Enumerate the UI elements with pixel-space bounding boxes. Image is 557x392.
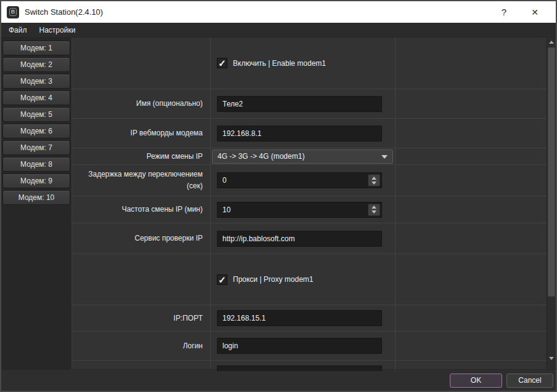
row-enable-label-cell [72, 38, 211, 89]
ip-change-frequency-input[interactable] [217, 202, 382, 218]
spin-down-icon[interactable] [372, 182, 376, 185]
ip-change-frequency-label: Частота смены IP (мин) [72, 196, 211, 223]
main-area: Модем: 1 Модем: 2 Модем: 3 Модем: 4 Моде… [1, 38, 556, 369]
cancel-button[interactable]: Cancel [506, 374, 553, 388]
scroll-up-icon [549, 41, 554, 44]
sidebar-item-modem-1[interactable]: Модем: 1 [2, 41, 70, 55]
switch-delay-spin-buttons[interactable] [368, 174, 380, 186]
login-input[interactable] [217, 338, 382, 354]
enable-modem-label: Включить | Enable modem1 [233, 59, 326, 68]
sidebar-item-modem-6[interactable]: Модем: 6 [2, 124, 70, 138]
checkbox-checked-icon[interactable]: ✓ [217, 58, 227, 68]
scrollbar[interactable] [547, 38, 556, 369]
switch-delay-label: Задержка между переключением (сек) [72, 165, 211, 196]
app-icon-letter: B [9, 8, 17, 16]
close-button[interactable]: ✕ [519, 1, 551, 23]
sidebar-item-modem-10[interactable]: Модем: 10 [2, 190, 70, 205]
row-enable: ✓ Включить | Enable modem1 [72, 38, 547, 89]
scroll-down-button[interactable] [547, 354, 556, 363]
menu-item-file[interactable]: Файл [2, 23, 33, 37]
sidebar-item-modem-8[interactable]: Модем: 8 [2, 157, 70, 172]
spin-up-icon[interactable] [372, 206, 376, 209]
dropdown-arrow-icon [381, 155, 388, 159]
proxy-label: Прокси | Proxy modem1 [233, 275, 314, 284]
name-label: Имя (опционально) [72, 89, 211, 118]
window-title: Switch Station(2.4.10) [25, 7, 489, 17]
sidebar-item-modem-2[interactable]: Модем: 2 [2, 57, 70, 72]
ip-check-service-label: Сервис проверки IP [72, 223, 211, 254]
login-label: Логин [72, 332, 211, 360]
row-ip-change-mode: Режим смены IP 4G -> 3G -> 4G (modem1) [72, 148, 547, 165]
dialog-button-bar: OK Cancel [1, 369, 556, 391]
name-input[interactable] [217, 96, 382, 112]
help-button[interactable]: ? [489, 1, 519, 23]
app-icon: B [7, 6, 19, 18]
spin-down-icon[interactable] [372, 210, 376, 214]
checkbox-checked-icon[interactable]: ✓ [217, 274, 227, 285]
ok-button[interactable]: OK [450, 374, 502, 388]
ip-change-mode-select[interactable]: 4G -> 3G -> 4G (modem1) [212, 150, 393, 164]
web-ip-label: IP вебморды модема [72, 119, 211, 148]
scrollbar-track[interactable] [547, 297, 556, 354]
row-ip-check-service: Сервис проверки IP [72, 223, 547, 254]
row-ip-change-frequency: Частота смены IP (мин) [72, 196, 547, 223]
row-ip-port: IP:ПОРТ [72, 305, 547, 332]
ip-change-frequency-spin-buttons[interactable] [368, 204, 380, 216]
sidebar: Модем: 1 Модем: 2 Модем: 3 Модем: 4 Моде… [1, 38, 71, 369]
scrollbar-thumb[interactable] [548, 47, 555, 297]
sidebar-item-modem-9[interactable]: Модем: 9 [2, 174, 70, 188]
menu-bar: Файл Настройки [1, 23, 556, 38]
spin-up-icon[interactable] [372, 177, 376, 180]
proxy-checkbox[interactable]: ✓ Прокси | Proxy modem1 [217, 274, 314, 285]
scroll-down-icon [549, 357, 554, 360]
enable-modem-checkbox[interactable]: ✓ Включить | Enable modem1 [217, 58, 326, 68]
row-proxy: ✓ Прокси | Proxy modem1 [72, 254, 547, 305]
sidebar-item-modem-4[interactable]: Модем: 4 [2, 90, 70, 105]
sidebar-item-modem-3[interactable]: Модем: 3 [2, 74, 70, 89]
row-name: Имя (опционально) [72, 89, 547, 119]
web-ip-input[interactable] [217, 126, 382, 142]
ip-change-mode-label: Режим смены IP [72, 148, 211, 164]
row-switch-delay: Задержка между переключением (сек) [72, 165, 547, 196]
switch-delay-input[interactable] [217, 172, 382, 188]
sidebar-item-modem-5[interactable]: Модем: 5 [2, 107, 70, 122]
ip-port-label: IP:ПОРТ [72, 305, 211, 331]
row-login: Логин [72, 332, 547, 361]
ip-port-input[interactable] [217, 310, 382, 326]
menu-item-settings[interactable]: Настройки [33, 23, 82, 37]
ip-check-service-input[interactable] [217, 231, 382, 247]
row-proxy-label-cell [72, 254, 211, 305]
ip-change-frequency-spinner [217, 202, 382, 218]
ip-change-mode-value: 4G -> 3G -> 4G (modem1) [218, 152, 304, 161]
app-window: B Switch Station(2.4.10) ? ✕ Файл Настро… [0, 0, 557, 392]
scroll-up-button[interactable] [547, 38, 556, 47]
row-enable-field-cell: ✓ Включить | Enable modem1 [211, 38, 396, 89]
partial-input[interactable] [217, 366, 382, 371]
modem-settings-form: ✓ Включить | Enable modem1 Имя (опционал… [71, 38, 547, 369]
sidebar-item-modem-7[interactable]: Модем: 7 [2, 140, 70, 155]
switch-delay-spinner [217, 172, 382, 188]
row-web-ip: IP вебморды модема [72, 119, 547, 148]
title-bar: B Switch Station(2.4.10) ? ✕ [1, 1, 556, 23]
